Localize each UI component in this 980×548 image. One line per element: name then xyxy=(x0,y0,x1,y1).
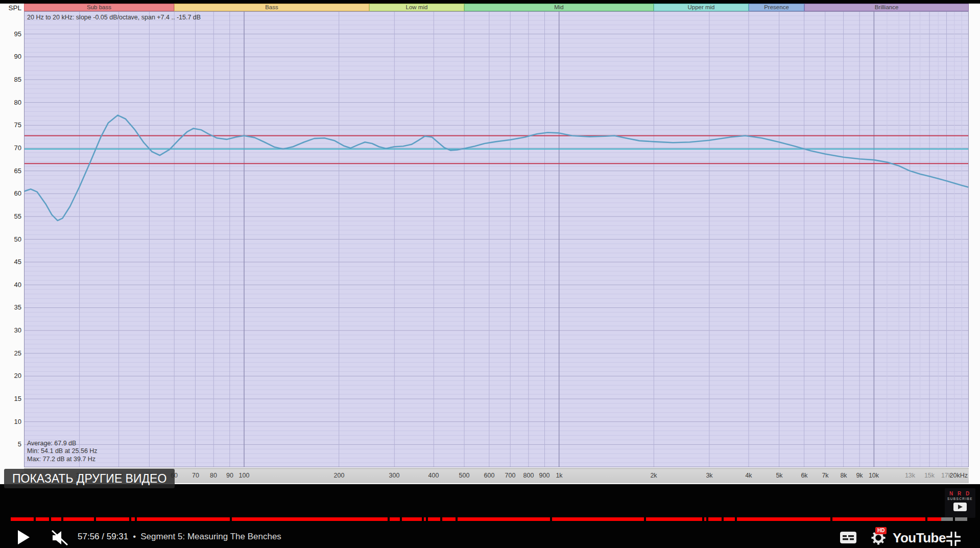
band-bass: Bass xyxy=(174,4,369,11)
show-more-videos-button[interactable]: ПОКАЗАТЬ ДРУГИЕ ВИДЕО xyxy=(4,469,175,488)
y-tick-label: 75 xyxy=(0,121,21,129)
chapter-gap-marker xyxy=(388,517,390,521)
band-sub-bass: Sub bass xyxy=(24,4,174,11)
band-presence: Presence xyxy=(749,4,804,11)
band-mid: Mid xyxy=(464,4,654,11)
watermark-play-icon xyxy=(953,503,967,511)
band-upper-mid: Upper mid xyxy=(654,4,749,11)
y-tick-label: 40 xyxy=(0,281,21,289)
x-tick-label: 1k xyxy=(544,472,575,479)
chapter-gap-marker xyxy=(456,517,458,521)
chapter-separator: • xyxy=(133,532,136,541)
y-tick-label: 25 xyxy=(0,349,21,357)
chapter-gap-marker xyxy=(702,517,704,521)
x-tick-label: 4k xyxy=(733,472,764,479)
play-button[interactable] xyxy=(16,530,32,545)
chapter-gap-marker xyxy=(722,517,724,521)
chart-range-note: 20 Hz to 20 kHz: slope -0.05 dB/octave, … xyxy=(27,14,201,21)
play-icon xyxy=(17,538,31,546)
y-tick-label: 50 xyxy=(0,235,21,243)
band-label: Presence xyxy=(764,4,789,10)
y-tick-label: 35 xyxy=(0,303,21,311)
x-tick-label: 3k xyxy=(694,472,725,479)
y-tick-label: 15 xyxy=(0,395,21,402)
volume-muted-button[interactable] xyxy=(50,530,69,546)
time-display: 57:56 / 59:31•Segment 5: Measuring The B… xyxy=(78,532,281,542)
x-tick-label: 400 xyxy=(418,472,449,479)
chapter-gap-marker xyxy=(94,517,96,521)
chart-stats: Average: 67.9 dB Min: 54.1 dB at 25.56 H… xyxy=(27,440,98,463)
settings-gear-icon xyxy=(870,540,887,548)
x-tick-label: 10k xyxy=(858,472,889,479)
band-low-mid: Low mid xyxy=(369,4,464,11)
exit-fullscreen-button[interactable] xyxy=(944,530,963,548)
y-tick-label: 85 xyxy=(0,76,21,83)
band-label: Mid xyxy=(554,4,564,10)
chapter-title: Segment 5: Measuring The Benches xyxy=(140,532,281,541)
band-brilliance: Brilliance xyxy=(804,4,969,11)
x-tick-label: 2k xyxy=(638,472,669,479)
progress-played xyxy=(11,517,941,521)
frequency-bands-header: Sub bassBassLow midMidUpper midPresenceB… xyxy=(0,4,980,11)
x-tick-label: 300 xyxy=(379,472,410,479)
chapter-gap-marker xyxy=(34,517,36,521)
chapter-gap-marker xyxy=(230,517,232,521)
chapter-gap-marker xyxy=(735,517,737,521)
y-tick-label: 80 xyxy=(0,99,21,106)
time-current-duration: 57:56 / 59:31 xyxy=(78,532,128,541)
chapter-gap-marker xyxy=(61,517,63,521)
band-label: Bass xyxy=(265,4,278,10)
channel-watermark[interactable]: N R D SUBSCRIBE xyxy=(945,488,975,518)
chapter-gap-marker xyxy=(830,517,832,521)
exit-fullscreen-icon xyxy=(944,542,963,548)
chapter-gap-marker xyxy=(400,517,402,521)
chapter-gap-marker xyxy=(644,517,646,521)
chapter-gap-marker xyxy=(135,517,137,521)
x-tick-label: 200 xyxy=(324,472,354,479)
chapter-gap-marker xyxy=(550,517,552,521)
chapter-gap-marker xyxy=(426,517,428,521)
chapter-gap-marker xyxy=(129,517,131,521)
y-tick-label: 90 xyxy=(0,53,21,60)
y-tick-label: 95 xyxy=(0,30,21,38)
band-label: Upper mid xyxy=(687,4,714,10)
chapter-gap-marker xyxy=(953,517,955,521)
video-frame[interactable]: SPL Sub bassBassLow midMidUpper midPrese… xyxy=(0,4,980,484)
volume-muted-icon xyxy=(51,540,69,547)
chapter-gap-marker xyxy=(422,517,424,521)
subtitles-button[interactable] xyxy=(840,531,857,544)
hd-badge: HD xyxy=(875,527,887,534)
progress-bar[interactable] xyxy=(11,517,967,521)
control-bar: 57:56 / 59:31•Segment 5: Measuring The B… xyxy=(0,526,980,548)
y-tick-label: 20 xyxy=(0,372,21,379)
y-axis-labels: 9590858075706560555045403530252015105 xyxy=(0,11,21,467)
youtube-player: SPL Sub bassBassLow midMidUpper midPrese… xyxy=(0,0,980,548)
stat-max: Max: 77.2 dB at 39.7 Hz xyxy=(27,456,98,463)
y-tick-label: 55 xyxy=(0,212,21,220)
chapter-gap-marker xyxy=(706,517,708,521)
y-tick-label: 70 xyxy=(0,144,21,152)
stat-min: Min: 54.1 dB at 25.56 Hz xyxy=(27,447,98,455)
y-tick-label: 10 xyxy=(0,418,21,425)
x-tick-label: 100 xyxy=(229,472,259,479)
chapter-gap-marker xyxy=(925,517,927,521)
x-tick-label: 20kHz xyxy=(937,472,968,479)
band-label: Sub bass xyxy=(87,4,111,10)
settings-button[interactable]: HD xyxy=(867,529,890,547)
watermark-subscribe-label: SUBSCRIBE xyxy=(945,497,975,501)
band-label: Low mid xyxy=(406,4,428,10)
stat-average: Average: 67.9 dB xyxy=(27,440,98,447)
y-tick-label: 30 xyxy=(0,326,21,334)
chapter-gap-marker xyxy=(49,517,51,521)
y-tick-label: 5 xyxy=(0,440,21,448)
watermark-channel-name: N R D xyxy=(945,488,975,496)
band-label: Brilliance xyxy=(875,4,899,10)
chapter-gap-marker xyxy=(440,517,442,521)
spl-frequency-chart xyxy=(24,11,969,467)
y-tick-label: 65 xyxy=(0,167,21,175)
y-tick-label: 45 xyxy=(0,258,21,266)
subtitles-icon xyxy=(840,538,857,545)
youtube-logo[interactable]: YouTube xyxy=(893,530,946,546)
y-tick-label: 60 xyxy=(0,189,21,197)
